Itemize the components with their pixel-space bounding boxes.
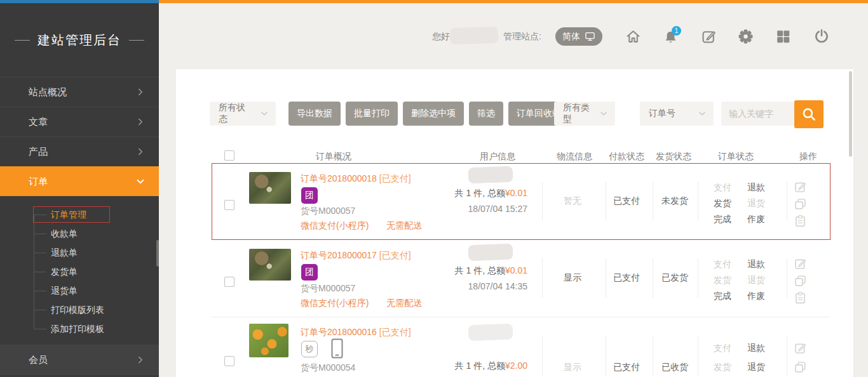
notification-badge: 1 bbox=[672, 26, 681, 36]
order-action-void[interactable]: 作废 bbox=[742, 291, 771, 302]
order-action-refund[interactable]: 退款 bbox=[742, 182, 771, 194]
order-amount: ¥0.01 bbox=[505, 188, 527, 198]
page: 建站管理后台 站点概况 文章 产品 订单 订单管理 收款单 bbox=[0, 0, 868, 377]
sidebar-item-articles[interactable]: 文章 bbox=[0, 107, 159, 136]
order-action-complete[interactable]: 完成 bbox=[708, 214, 737, 225]
order-datetime: 18/07/04 15:27 bbox=[400, 204, 527, 214]
search-input[interactable] bbox=[721, 102, 796, 126]
copy-order-icon[interactable] bbox=[794, 197, 807, 211]
copy-order-icon[interactable] bbox=[794, 360, 807, 374]
order-action-return[interactable]: 退货 bbox=[742, 198, 771, 209]
apps-grid-icon[interactable] bbox=[775, 29, 791, 44]
app-title: 建站管理后台 bbox=[0, 3, 159, 77]
row-checkbox[interactable] bbox=[224, 277, 234, 287]
sidebar-item-members[interactable]: 会员 bbox=[0, 345, 159, 375]
submenu-item-add-print-template[interactable]: 添加打印模板 bbox=[0, 319, 159, 338]
order-action-return[interactable]: 退货 bbox=[742, 275, 771, 286]
redacted-username bbox=[450, 27, 499, 45]
order-summary: 共 1 件, 总额¥2.00 bbox=[400, 360, 527, 372]
group-buy-badge: 团 bbox=[301, 264, 318, 281]
column-divider bbox=[787, 182, 787, 221]
copy-order-icon[interactable] bbox=[794, 274, 807, 288]
row-checkbox[interactable] bbox=[224, 356, 234, 366]
manage-site-label: 管理站点: bbox=[503, 31, 541, 43]
clipboard-note-icon[interactable] bbox=[794, 215, 807, 228]
home-icon[interactable] bbox=[625, 29, 641, 44]
paid-tag: [已支付] bbox=[379, 173, 411, 183]
product-thumbnail bbox=[249, 172, 291, 204]
order-action-pay[interactable]: 支付 bbox=[708, 259, 737, 270]
edit-order-icon[interactable] bbox=[794, 180, 807, 194]
chevron-right-icon bbox=[135, 146, 146, 157]
column-divider bbox=[787, 335, 787, 377]
search-field-dropdown[interactable]: 订单号 bbox=[640, 102, 714, 126]
row-checkbox[interactable] bbox=[224, 200, 234, 210]
submenu-item-refund-orders[interactable]: 退款单 bbox=[0, 243, 159, 262]
chevron-right-icon bbox=[135, 86, 146, 98]
panel-scrollbar[interactable] bbox=[849, 71, 852, 157]
order-amount: ¥0.01 bbox=[505, 265, 527, 275]
order-action-ship[interactable]: 发货 bbox=[708, 275, 737, 286]
sidebar-item-products[interactable]: 产品 bbox=[0, 136, 159, 166]
language-pill[interactable]: 简体 bbox=[555, 27, 602, 46]
sidebar-item-label: 文章 bbox=[29, 116, 135, 128]
sidebar-item-orders[interactable]: 订单 bbox=[0, 166, 159, 196]
flash-sale-badge: 秒 bbox=[301, 341, 318, 357]
order-action-return[interactable]: 退货 bbox=[742, 362, 771, 373]
edit-order-icon[interactable] bbox=[794, 257, 807, 270]
order-action-void[interactable]: 作废 bbox=[742, 214, 771, 225]
submenu-label: 退货单 bbox=[51, 286, 78, 296]
order-action-refund[interactable]: 退款 bbox=[742, 343, 771, 354]
submenu-label: 打印模版列表 bbox=[51, 305, 104, 315]
order-action-pay[interactable]: 支付 bbox=[708, 182, 737, 194]
submenu-item-receipts[interactable]: 收款单 bbox=[0, 224, 159, 243]
submenu-item-return-orders[interactable]: 退货单 bbox=[0, 281, 159, 300]
settings-gear-icon[interactable] bbox=[738, 29, 754, 44]
title-dash-left bbox=[15, 40, 30, 41]
col-header-actions: 操作 bbox=[783, 151, 834, 162]
toolbar: 所有状态 导出数据 批量打印 删除选中项 筛选 订单回收站 bbox=[210, 102, 569, 126]
power-logout-icon[interactable] bbox=[813, 28, 830, 44]
export-data-button[interactable]: 导出数据 bbox=[288, 102, 341, 126]
edit-order-icon[interactable] bbox=[794, 341, 807, 355]
status-filter-dropdown[interactable]: 所有状态 bbox=[210, 102, 276, 126]
type-filter-value: 所有类型 bbox=[563, 102, 592, 125]
monitor-icon bbox=[585, 31, 595, 42]
submenu-label: 收款单 bbox=[51, 228, 78, 239]
order-action-ship[interactable]: 发货 bbox=[708, 198, 737, 209]
order-number[interactable]: 订单号2018000018 bbox=[301, 173, 377, 183]
order-action-ship[interactable]: 发货 bbox=[708, 362, 737, 373]
search-field-value: 订单号 bbox=[649, 108, 691, 119]
clipboard-note-icon[interactable] bbox=[794, 291, 807, 305]
search-button[interactable] bbox=[794, 100, 824, 128]
col-header-shipping-status: 发货状态 bbox=[642, 151, 705, 162]
delete-selected-button[interactable]: 删除选中项 bbox=[403, 102, 464, 126]
item-number: 货号M000057 bbox=[301, 206, 355, 217]
qty-text: 共 1 件, 总额 bbox=[455, 188, 505, 198]
order-number[interactable]: 订单号2018000016 bbox=[301, 327, 377, 337]
col-header-order-overview: 订单概况 bbox=[295, 151, 372, 162]
submenu-item-order-management[interactable]: 订单管理 bbox=[0, 205, 159, 224]
shipping-status-value: 已收货 bbox=[643, 362, 707, 373]
order-action-refund[interactable]: 退款 bbox=[742, 259, 771, 270]
redacted-customer bbox=[468, 324, 513, 341]
sidebar-item-label: 订单 bbox=[29, 176, 135, 188]
order-summary: 共 1 件, 总额¥0.01 bbox=[400, 265, 527, 277]
type-filter-dropdown[interactable]: 所有类型 bbox=[554, 102, 615, 126]
order-action-complete[interactable]: 完成 bbox=[708, 291, 737, 302]
sidebar-scrollbar[interactable] bbox=[156, 240, 159, 267]
batch-print-button[interactable]: 批量打印 bbox=[346, 102, 398, 126]
col-header-order-status: 订单状态 bbox=[704, 151, 768, 162]
submenu-item-shipping-orders[interactable]: 发货单 bbox=[0, 262, 159, 281]
qty-text: 共 1 件, 总额 bbox=[455, 265, 505, 275]
submenu-item-print-template-list[interactable]: 打印模版列表 bbox=[0, 300, 159, 319]
compose-icon[interactable] bbox=[701, 29, 717, 44]
filter-button[interactable]: 筛选 bbox=[469, 102, 503, 126]
order-action-pay[interactable]: 支付 bbox=[708, 343, 737, 354]
order-number-line: 订单号2018000017 [已支付] bbox=[301, 250, 411, 261]
select-all-checkbox[interactable] bbox=[224, 150, 234, 161]
order-number-line: 订单号2018000018 [已支付] bbox=[301, 173, 411, 185]
order-number[interactable]: 订单号2018000017 bbox=[301, 250, 377, 260]
sidebar-item-site-overview[interactable]: 站点概况 bbox=[0, 77, 159, 107]
greeting-text: 您好 bbox=[432, 31, 450, 43]
